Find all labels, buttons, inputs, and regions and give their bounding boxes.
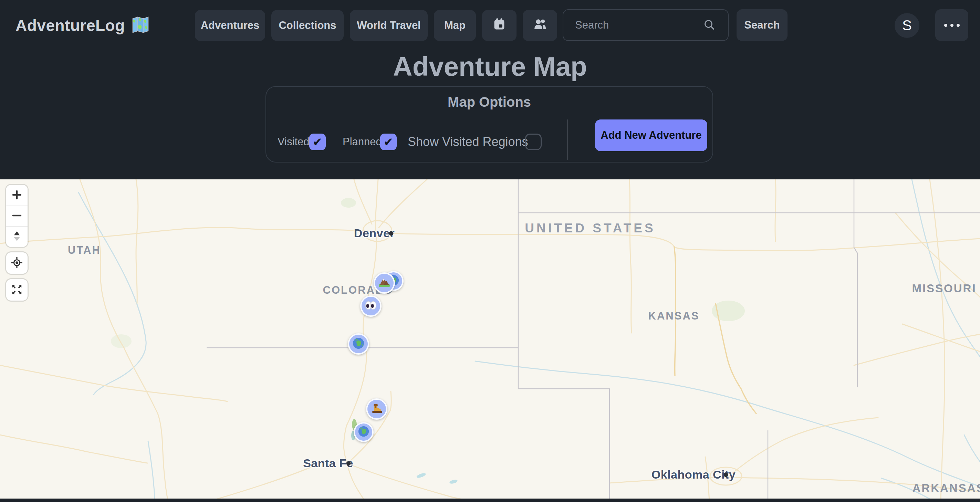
compass-icon (12, 230, 22, 243)
page-title: Adventure Map (0, 51, 980, 82)
nav-world-travel[interactable]: World Travel (350, 10, 428, 41)
fullscreen-button[interactable] (6, 279, 27, 300)
geolocate-icon (11, 256, 23, 270)
nav-map-label: Map (444, 19, 466, 32)
nav-adventures[interactable]: Adventures (195, 10, 265, 41)
city-label-oklahoma-city: Oklahoma City (652, 468, 736, 481)
show-visited-regions-label: Show Visited Regions (408, 135, 528, 149)
users-button[interactable] (523, 10, 557, 41)
calendar-icon (492, 17, 506, 34)
check-icon: ✔ (313, 136, 323, 148)
state-label-arkansas: ARKANSAS (912, 482, 980, 495)
eyes-emoji-icon (365, 299, 377, 313)
city-dot (389, 231, 394, 236)
state-label-kansas: KANSAS (648, 310, 700, 322)
nav-collections[interactable]: Collections (271, 10, 344, 41)
search-icon (702, 18, 717, 34)
nav-collections-label: Collections (278, 19, 336, 32)
plus-icon (12, 190, 22, 201)
avatar[interactable]: S (895, 13, 920, 38)
map-marker-mountain[interactable] (374, 272, 395, 294)
city-label-santa-fe: Santa Fe (303, 456, 353, 470)
state-label-utah: UTAH (68, 244, 101, 256)
city-dot (724, 473, 728, 477)
boot-emoji-icon (371, 402, 383, 416)
zoom-out-button[interactable] (6, 205, 27, 226)
city-dot (347, 461, 351, 466)
navbar: AdventureLog Adventures Collections (0, 0, 980, 51)
map-zoom-controls (6, 185, 27, 247)
fullscreen-icon (11, 284, 23, 297)
nav-world-travel-label: World Travel (357, 19, 421, 32)
options-divider (567, 119, 568, 160)
country-label: UNITED STATES (525, 221, 655, 235)
compass-pitch-button[interactable] (6, 226, 27, 247)
nav-map[interactable]: Map (434, 10, 476, 41)
map-basemap (0, 180, 980, 502)
map-options-card: Map Options Visited ✔ Planned ✔ Show Vis… (266, 86, 713, 162)
avatar-initial: S (902, 17, 912, 34)
nav-adventures-label: Adventures (201, 19, 259, 32)
map-marker-boot[interactable] (366, 398, 387, 420)
users-icon (533, 17, 547, 34)
calendar-button[interactable] (482, 10, 517, 41)
page-bottom-edge (0, 499, 980, 502)
show-visited-regions-checkbox[interactable] (525, 133, 542, 150)
map-options-title: Map Options (266, 94, 713, 110)
more-button[interactable] (935, 9, 968, 41)
map-emoji-icon (131, 16, 150, 35)
state-label-missouri: MISSOURI (912, 282, 976, 295)
adventurelog-app: AdventureLog Adventures Collections (0, 0, 980, 502)
search-button-label: Search (744, 19, 780, 31)
app-logo-text: AdventureLog (16, 16, 125, 35)
check-icon: ✔ (383, 136, 394, 148)
visited-checkbox[interactable]: ✔ (309, 133, 326, 150)
zoom-in-button[interactable] (6, 185, 27, 205)
minus-icon (12, 210, 22, 222)
map-marker-globe[interactable] (348, 333, 369, 355)
app-logo[interactable]: AdventureLog (16, 0, 150, 51)
planned-checkbox[interactable]: ✔ (380, 133, 397, 150)
mountain-emoji-icon (378, 276, 390, 290)
planned-label: Planned (343, 136, 382, 148)
visited-label: Visited (278, 136, 310, 148)
globe-emoji-icon (352, 337, 365, 351)
search-button[interactable]: Search (737, 9, 788, 41)
globe-emoji-icon (358, 426, 369, 438)
ellipsis-icon (944, 24, 960, 27)
map-marker-globe[interactable] (354, 422, 374, 442)
map-canvas[interactable]: UNITED STATES UTAH COLORADO KANSAS MISSO… (0, 180, 980, 502)
add-new-adventure-button[interactable]: Add New Adventure (595, 119, 707, 151)
city-label-denver: Denver (354, 227, 395, 240)
map-marker-eyes[interactable] (360, 295, 382, 317)
geolocate-button[interactable] (6, 253, 27, 274)
